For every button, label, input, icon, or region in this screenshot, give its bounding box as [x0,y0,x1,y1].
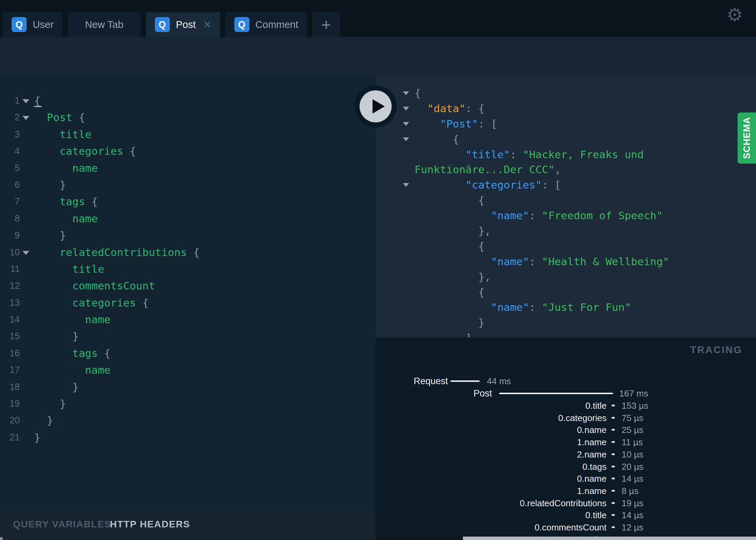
tracing-duration-tick [612,453,615,455]
tracing-duration-tick [612,514,615,516]
editor-line: 8 name [0,210,376,227]
response-line: "Post": [ [376,116,756,132]
response-line: "name": "Freedom of Speech" [376,208,756,223]
fold-arrow-icon[interactable] [23,99,29,103]
code-text: name [34,210,98,227]
editor-line: 13 categories { [0,295,376,311]
tracing-duration-tick [612,490,615,492]
response-line: "name": "Just For Fun" [376,300,756,315]
fold-arrow-icon[interactable] [403,137,409,141]
tracing-field-label: 0.relatedContributions [376,497,607,509]
tracing-span-label: Post [376,387,492,400]
tracing-row: 0.title153 µs [376,400,756,412]
fold-arrow-icon[interactable] [23,116,29,120]
tracing-row: Request44 ms [376,375,756,387]
play-icon [373,99,385,114]
tracing-field-label: 0.tags [376,461,607,473]
editor-line: 2 Post { [0,109,376,126]
response-line: ] [376,330,756,338]
line-number: 7 [0,193,20,210]
code-text: } [34,412,53,429]
response-line: { [376,86,756,101]
code-text: categories { [34,143,136,160]
editor-line: 5 name [0,160,376,177]
line-number: 10 [0,244,20,261]
tracing-duration-value: 8 µs [622,485,639,497]
tracing-duration-value: 19 µs [622,497,643,509]
query-badge: Q [234,17,249,32]
editor-line: 18 } [0,379,376,395]
response-line: "categories": [ [376,177,756,193]
tracing-duration-tick [612,466,615,467]
line-number: 20 [0,412,20,429]
fold-arrow-icon[interactable] [403,122,409,126]
schema-tab-button[interactable]: SCHEMA [738,112,756,164]
line-number: 16 [0,345,20,362]
response-line: } [376,315,756,330]
tab-user[interactable]: QUser [3,12,62,37]
toolbar: PRETTIFY HISTORY http://localhost:4000/ … [0,37,756,77]
fold-arrow-icon[interactable] [403,183,409,187]
tracing-row: 0.tags20 µs [376,461,756,473]
line-number: 2 [0,109,20,126]
tracing-field-label: 0.name [376,424,607,436]
editor-line: 3 title [0,126,376,143]
line-number: 14 [0,311,20,328]
tracing-span-label: Request [376,375,448,387]
editor-line: 7 tags { [0,193,376,210]
new-tab-button[interactable]: + [312,12,340,37]
code-text: name [34,160,98,177]
code-text: tags { [34,193,98,210]
tracing-duration-value: 25 µs [622,424,643,436]
tracing-field-label: 0.commentsCount [376,521,607,534]
tab-post[interactable]: QPost× [146,12,220,37]
schema-tab-label: SCHEMA [742,117,752,159]
execute-button[interactable] [354,85,397,127]
tracing-row: 0.name25 µs [376,424,756,436]
response-line: }, [376,269,756,285]
line-number: 1 [0,92,20,109]
tracing-row: 1.name11 µs [376,436,756,448]
line-number: 13 [0,295,20,311]
close-tab-icon[interactable]: × [204,18,211,31]
editor-line: 21} [0,429,376,446]
settings-gear-icon[interactable]: ⚙ [727,4,743,26]
tracing-duration-value: 20 µs [622,461,643,473]
tracing-duration-tick [612,429,615,431]
tab-label: User [33,19,54,30]
response-line: "title": "Hacker, Freaks und [376,147,756,162]
line-number: 3 [0,126,20,143]
fold-arrow-icon[interactable] [403,107,409,110]
tracing-duration-value: 44 ms [487,375,511,387]
tab-label: Post [176,19,196,30]
scrollbar-corner [0,537,3,540]
execute-button-circle [360,90,392,122]
code-text: commentsCount [34,278,155,294]
query-variables-tab[interactable]: QUERY VARIABLES [13,519,111,530]
fold-arrow-icon[interactable] [23,251,29,255]
response-line: "data": { [376,101,756,116]
tracing-duration-tick [612,502,615,504]
editor-line: 4 categories { [0,143,376,160]
line-number: 4 [0,143,20,160]
line-number: 12 [0,278,20,294]
query-editor-pane[interactable]: 1{2 Post {3 title4 categories {5 name6 }… [0,77,376,510]
line-number: 9 [0,227,20,244]
tracing-duration-value: 11 µs [622,436,643,448]
editor-line: 19 } [0,395,376,412]
editor-line: 11 title [0,261,376,278]
editor-lines: 1{2 Post {3 title4 categories {5 name6 }… [0,92,376,446]
tab-new-tab[interactable]: New Tab [68,12,140,37]
http-headers-tab[interactable]: HTTP HEADERS [110,519,190,530]
tab-comment[interactable]: QComment [226,12,307,37]
fold-arrow-icon[interactable] [403,91,409,95]
tracing-field-label: 2.name [376,448,607,461]
response-line: { [376,285,756,300]
horizontal-scrollbar-thumb[interactable] [463,537,756,540]
code-text: } [34,429,41,446]
tracing-panel-title: TRACING [690,344,742,356]
tracing-duration-tick [612,478,615,479]
line-number: 15 [0,328,20,345]
code-text: } [34,379,79,395]
tracing-row: 0.relatedContributions19 µs [376,497,756,509]
